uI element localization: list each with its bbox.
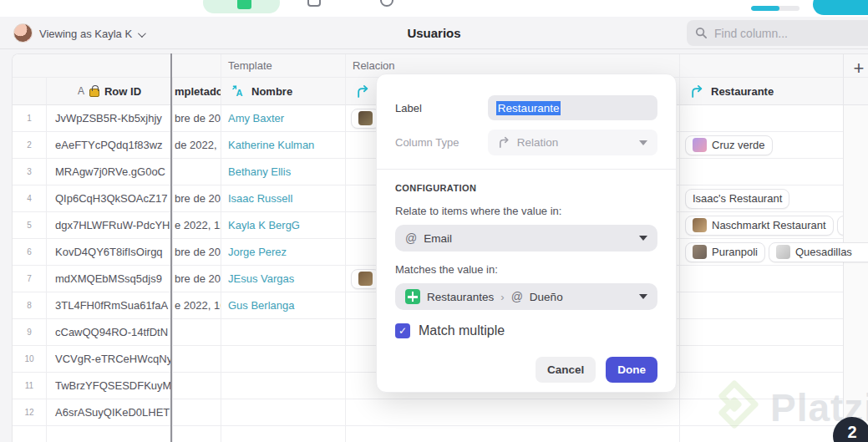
database-icon — [237, 0, 251, 9]
relation-icon — [356, 84, 370, 99]
autofill-text-icon: A — [231, 84, 245, 98]
match-multiple-checkbox[interactable]: ✓ — [395, 323, 410, 338]
row-id-cell[interactable]: eAeFTYcPQdq1f83wz — [47, 132, 172, 159]
row-number: 1 — [13, 105, 47, 132]
nombre-cell[interactable]: JEsus Vargas — [221, 266, 345, 292]
completado-cell[interactable]: de 2022, 11 — [172, 132, 221, 159]
restaurante-cell[interactable]: Naschmarkt Restaurant — [679, 212, 843, 239]
row-id-cell[interactable]: MRAgw7j0RVe.gG0oC — [47, 159, 172, 185]
completado-cell[interactable]: bre de 202 — [172, 105, 221, 132]
restaurante-cell[interactable]: Puranpoli Quesadillas — [679, 239, 843, 266]
row-id-cell[interactable]: TwBrzYFQSESDFKuyM — [47, 373, 172, 399]
column-type-label: Column Type — [395, 136, 488, 149]
cancel-button[interactable]: Cancel — [536, 357, 596, 383]
restaurante-cell[interactable]: Isaac's Restaurant — [679, 185, 843, 212]
row-id-cell[interactable]: dgx7HLWFRuW-PdcYH — [47, 212, 172, 239]
completado-cell[interactable]: bre de 202 — [172, 239, 221, 266]
row-id-cell[interactable]: VCVgR-eTRCeHWcqNy — [47, 346, 172, 373]
chip-image — [776, 245, 790, 259]
search-input[interactable] — [714, 27, 848, 40]
completado-cell[interactable]: e 2022, 12 — [172, 212, 221, 239]
restaurante-cell[interactable]: Cruz verde — [679, 132, 843, 159]
completado-cell[interactable]: bre de 202 — [172, 266, 221, 292]
row-id-cell[interactable]: A6srASuyQIKeD0LHET — [47, 399, 172, 426]
nombre-cell[interactable]: Amy Baxter — [221, 105, 345, 132]
nombre-cell[interactable]: Katherine Kulman — [221, 132, 345, 159]
row-id-cell[interactable]: JvWpZSB5R-Kb5xjhjy — [47, 105, 172, 132]
row-number: 5 — [13, 212, 47, 239]
chevron-down-icon — [639, 236, 647, 241]
nombre-cell[interactable]: Bethany Ellis — [221, 159, 345, 185]
database-pill-button[interactable] — [203, 0, 280, 13]
completado-cell[interactable]: bre de 202 — [172, 185, 221, 212]
row-id-cell[interactable]: KovD4QY6T8ifIsOirgq — [47, 239, 172, 266]
email-type-icon: @ — [511, 290, 523, 303]
restaurante-cell[interactable] — [679, 346, 843, 373]
nombre-cell[interactable]: Jorge Perez — [221, 239, 345, 266]
row-number: 3 — [13, 159, 47, 185]
nombre-cell[interactable] — [221, 319, 345, 346]
relate-label: Relate to items where the value in: — [395, 205, 657, 217]
column-resize-handle[interactable] — [170, 53, 172, 442]
nombre-cell[interactable]: Gus Berlanga — [221, 292, 345, 319]
restaurante-cell[interactable] — [679, 159, 843, 185]
search-icon — [695, 27, 708, 39]
restaurante-cell[interactable] — [679, 266, 843, 292]
column-header-restaurante[interactable]: Restaurante — [679, 78, 843, 105]
chip-image — [693, 245, 707, 259]
completado-cell[interactable] — [172, 346, 221, 373]
chevron-down-icon — [639, 294, 647, 299]
column-header-completado[interactable]: mpletado — [172, 78, 221, 105]
find-column-search[interactable] — [687, 20, 868, 46]
completado-cell[interactable] — [172, 373, 221, 399]
relation-chip[interactable]: Isaac's Restaurant — [685, 189, 789, 209]
lock-icon — [89, 89, 99, 97]
column-type-value: Relation — [517, 136, 559, 149]
relate-column-value: Email — [424, 232, 452, 245]
svg-text:A: A — [236, 88, 243, 98]
restaurante-cell[interactable] — [679, 105, 843, 132]
breadcrumb-separator: › — [500, 291, 504, 303]
relacion-cell[interactable] — [345, 399, 679, 426]
relation-chip[interactable]: Puranpoli — [685, 242, 765, 262]
primary-action-button[interactable] — [813, 0, 868, 15]
selected-text: Restaurante — [496, 101, 561, 115]
matches-table-value: Restaurantes — [427, 291, 494, 303]
relation-chip[interactable]: Naschmarkt Restaurant — [685, 216, 834, 236]
nombre-cell[interactable]: Isaac Russell — [221, 185, 345, 212]
relation-chip[interactable]: Quesadillas — [769, 242, 868, 262]
matches-label: Matches the value in: — [395, 263, 657, 276]
restaurante-cell[interactable] — [679, 319, 843, 346]
relate-column-select[interactable]: @ Email — [395, 225, 657, 251]
row-id-cell[interactable]: cCawQQ94RO-14tfDtN — [47, 319, 172, 346]
nombre-cell[interactable] — [221, 399, 345, 426]
completado-cell[interactable]: e 2022, 16 — [172, 292, 221, 319]
completado-cell[interactable] — [172, 319, 221, 346]
row-id-cell[interactable]: 3TL4FH0fRmSua61faA — [47, 292, 172, 319]
column-header-nombre[interactable]: A Nombre — [221, 78, 345, 105]
matches-field-value: Dueño — [530, 291, 563, 303]
nombre-cell[interactable] — [221, 373, 345, 399]
row-number: 9 — [13, 319, 47, 346]
restaurante-cell[interactable] — [679, 292, 843, 319]
matches-column-select[interactable]: Restaurantes › @ Dueño — [395, 283, 657, 310]
row-number: 10 — [13, 346, 47, 373]
relation-chip[interactable]: Cruz verde — [685, 135, 773, 155]
done-button[interactable]: Done — [606, 357, 657, 383]
completado-cell[interactable] — [172, 399, 221, 426]
row-id-cell[interactable]: mdXMQEbMSsq5djs9 — [47, 266, 172, 292]
label-input[interactable]: Restaurante — [488, 95, 657, 120]
clipboard-icon[interactable] — [307, 0, 321, 7]
restaurante-header-label: Restaurante — [711, 85, 774, 98]
nombre-cell[interactable] — [221, 346, 345, 373]
add-column-button[interactable]: + — [849, 58, 868, 79]
group-header-template[interactable]: Template — [221, 54, 345, 78]
platzi-logo-icon — [710, 380, 759, 435]
relation-chip[interactable] — [837, 216, 843, 236]
column-header-row-id[interactable]: A Row ID — [47, 78, 172, 105]
top-toolbar-strip — [0, 0, 868, 17]
completado-cell[interactable] — [172, 159, 221, 185]
row-id-cell[interactable]: QIp6CqH3QkSOAcZ17 — [47, 185, 172, 212]
nombre-cell[interactable]: Kayla K BergG — [221, 212, 345, 239]
help-icon[interactable] — [380, 0, 393, 7]
